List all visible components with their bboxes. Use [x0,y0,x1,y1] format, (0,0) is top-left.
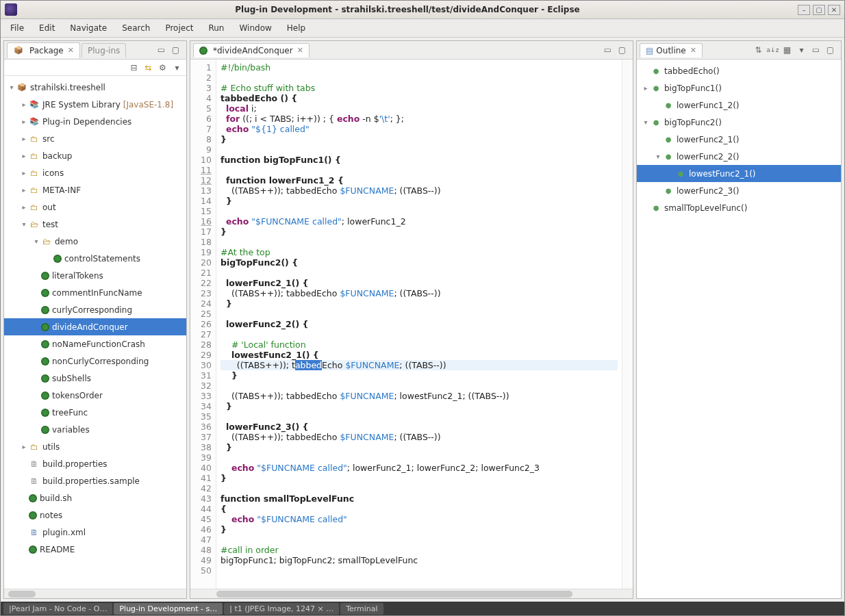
code-line[interactable]: bigTopFunc2() { [220,257,618,268]
h-scrollbar[interactable] [4,589,186,598]
code-line[interactable]: function bigTopFunc1() { [220,155,618,165]
code-line[interactable] [220,411,618,422]
code-line[interactable]: lowerFunc2_2() { [220,319,618,329]
code-line[interactable]: # Echo stuff with tabs [220,83,618,93]
menu-run[interactable]: Run [201,21,231,36]
code-line[interactable]: function lowerFunc1_2 { [220,175,618,185]
twisty-icon[interactable] [19,135,29,142]
tab-outline[interactable]: ▤ Outline ✕ [640,43,703,57]
twisty-icon[interactable] [641,118,651,126]
twisty-icon[interactable] [641,84,651,92]
editor-tab[interactable]: *divideAndConquer ✕ [193,43,310,57]
view-menu-icon[interactable]: ▾ [796,45,807,55]
link-editor-icon[interactable]: ⇆ [143,62,153,73]
outline-item[interactable]: smallTopLevelFunc() [637,199,841,216]
outline-item[interactable]: lowerFunc2_2() [637,148,841,165]
file-build-properties-sample[interactable]: build.properties.sample [4,472,186,489]
file-curlycorresponding[interactable]: curlyCorresponding [4,301,186,318]
outline-item[interactable]: lowerFunc1_2() [637,97,841,114]
file-noncurlycorresponding[interactable]: nonCurlyCorresponding [4,352,186,370]
twisty-icon[interactable] [7,84,16,91]
file-readme[interactable]: README [4,541,186,558]
code-line[interactable]: ((TABS++)); tabbedEcho $FUNCNAME; ((TABS… [220,185,618,196]
code-line[interactable]: bigTopFunc1; bigTopFunc2; smallTopLevelF… [220,555,618,565]
menu-search[interactable]: Search [115,21,157,36]
twisty-icon[interactable] [653,153,663,160]
menu-window[interactable]: Window [232,21,278,36]
file-build-sh[interactable]: build.sh [4,489,186,506]
code-line[interactable] [220,165,618,175]
taskbar-item[interactable]: Plug-in Development - s… [114,603,223,615]
outline-item[interactable]: lowerFunc2_3() [637,182,841,199]
code-line[interactable]: } [220,524,618,535]
twisty-icon[interactable] [31,238,41,245]
code-line[interactable]: lowestFunc2_1() { [220,350,618,360]
file-build-properties[interactable]: build.properties [4,455,186,472]
folder-icons[interactable]: icons [4,164,186,181]
maximize-view-icon[interactable]: ▢ [617,45,627,55]
menu-file[interactable]: File [3,21,31,36]
file-subshells[interactable]: subShells [4,370,186,387]
code-line[interactable] [220,381,618,391]
file-tokensorder[interactable]: tokensOrder [4,387,186,404]
maximize-view-icon[interactable]: ▢ [171,45,181,55]
code-line[interactable]: ((TABS++)); tabbedEcho $FUNCNAME; lowest… [220,391,618,401]
file-divideandconquer[interactable]: divideAndConquer [4,318,186,335]
folder-src[interactable]: src [4,130,186,147]
close-icon[interactable]: ✕ [297,46,303,55]
code-line[interactable]: lowerFunc2_3() { [220,422,618,432]
sort-icon[interactable]: ⇅ [753,45,764,55]
file-treefunc[interactable]: treeFunc [4,404,186,421]
minimize-view-icon[interactable]: ▭ [811,45,821,55]
filter-icon[interactable]: ⚙ [157,62,168,73]
folder-utils[interactable]: utils [4,438,186,455]
view-menu-icon[interactable]: ▾ [172,62,182,73]
code-area[interactable]: #!/bin/bash # Echo stuff with tabstabbed… [216,60,622,589]
close-button[interactable]: ✕ [828,5,840,15]
menu-navigate[interactable]: Navigate [63,21,114,36]
code-line[interactable] [220,309,618,319]
close-icon[interactable]: ✕ [68,46,74,55]
twisty-icon[interactable] [19,101,29,108]
folder-test[interactable]: test [4,216,186,233]
code-line[interactable]: echo "$FUNCNAME called"; lowerFunc1_2 [220,216,618,227]
twisty-icon[interactable] [19,186,29,194]
twisty-icon[interactable] [19,220,29,228]
menu-edit[interactable]: Edit [32,21,62,36]
code-line[interactable] [220,329,618,339]
code-line[interactable] [220,237,618,247]
sort-az-icon[interactable]: a↓z [768,45,778,55]
file-notes[interactable]: notes [4,506,186,524]
code-line[interactable]: } [220,442,618,452]
minimize-view-icon[interactable]: ▭ [603,45,613,55]
taskbar-item[interactable]: Terminal [340,603,383,615]
code-line[interactable]: { [220,504,618,514]
code-line[interactable]: echo "$FUNCNAME called"; lowerFunc2_1; l… [220,463,618,473]
minimize-button[interactable]: – [798,5,810,15]
collapse-all-icon[interactable]: ⊟ [129,62,139,73]
code-line[interactable]: #At the top [220,247,618,257]
outline-tree[interactable]: tabbedEcho()bigTopFunc1()lowerFunc1_2()b… [637,60,841,598]
menu-project[interactable]: Project [158,21,200,36]
taskbar-item[interactable]: |Pearl Jam - No Code - O… [3,603,112,615]
maximize-view-icon[interactable]: ▢ [825,45,835,55]
code-line[interactable] [220,483,618,493]
overview-ruler[interactable] [622,60,633,589]
code-line[interactable]: } [220,370,618,381]
outline-item[interactable]: bigTopFunc1() [637,79,841,97]
tab-package[interactable]: Package ✕ [7,42,80,58]
code-line[interactable]: ((TABS++)); tabbedEcho $FUNCNAME; ((TABS… [220,288,618,298]
code-line[interactable]: } [220,401,618,411]
code-line[interactable]: echo "$FUNCNAME called" [220,514,618,524]
code-line[interactable] [220,73,618,83]
file-plugin-xml[interactable]: plugin.xml [4,524,186,541]
folder-demo[interactable]: demo [4,233,186,250]
code-line[interactable]: } [220,227,618,237]
code-line[interactable]: echo "${1} called" [220,124,618,134]
code-line[interactable]: # 'Local' function [220,339,618,350]
taskbar-item[interactable]: | t1 (JPEG Image, 1247 × … [224,603,339,615]
file-literaltokens[interactable]: literalTokens [4,267,186,284]
code-line[interactable]: ((TABS++)); tabbedEcho $FUNCNAME; ((TABS… [220,360,618,370]
code-line[interactable]: local i; [220,103,618,114]
code-line[interactable] [220,565,618,576]
